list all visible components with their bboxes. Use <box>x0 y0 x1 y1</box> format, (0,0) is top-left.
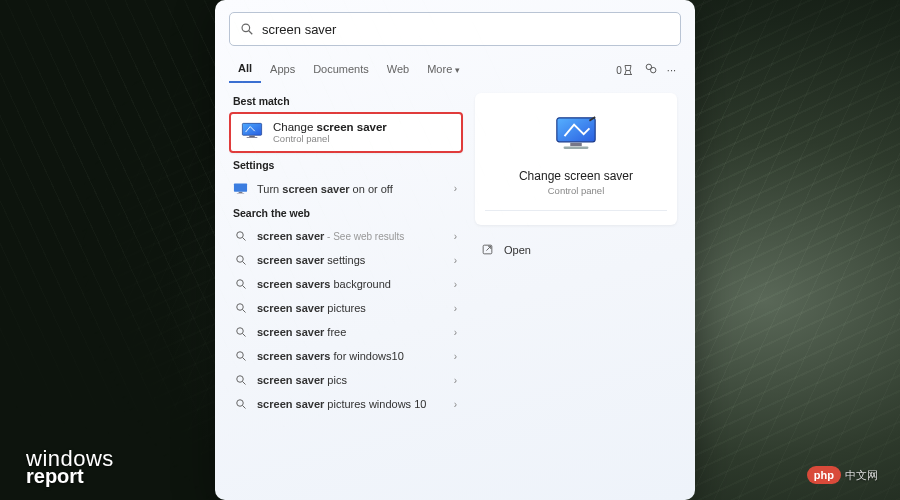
chevron-right-icon: › <box>454 279 457 290</box>
best-match-result[interactable]: Change screen saver Control panel <box>229 112 463 153</box>
settings-result[interactable]: Turn screen saver on or off › <box>229 176 463 201</box>
tab-web[interactable]: Web <box>378 57 418 82</box>
best-match-title: Change screen saver <box>273 121 387 133</box>
preview-card: Change screen saver Control panel <box>475 93 677 225</box>
watermark-windows-report: windows report <box>26 449 114 486</box>
more-options-icon[interactable]: ··· <box>662 60 681 80</box>
svg-line-16 <box>242 286 245 289</box>
web-result[interactable]: screen saver pictures windows 10› <box>229 392 463 416</box>
search-icon <box>233 350 248 362</box>
tab-documents[interactable]: Documents <box>304 57 378 82</box>
web-result[interactable]: screen savers background› <box>229 272 463 296</box>
preview-title: Change screen saver <box>519 169 633 183</box>
monitor-icon <box>553 115 599 157</box>
search-icon <box>233 278 248 290</box>
search-icon <box>233 302 248 314</box>
svg-rect-7 <box>247 137 258 138</box>
preview-subtitle: Control panel <box>548 185 605 196</box>
svg-line-1 <box>249 31 253 35</box>
search-icon <box>240 22 254 36</box>
search-box[interactable] <box>229 12 681 46</box>
tab-apps[interactable]: Apps <box>261 57 304 82</box>
svg-line-12 <box>242 238 245 241</box>
open-action[interactable]: Open <box>475 239 677 260</box>
svg-point-11 <box>236 232 243 239</box>
svg-point-13 <box>236 256 243 263</box>
chevron-right-icon: › <box>454 351 457 362</box>
svg-rect-8 <box>234 184 247 192</box>
tab-more[interactable]: More ▾ <box>418 57 469 82</box>
chevron-right-icon: › <box>454 375 457 386</box>
rewards-icon[interactable]: 0 <box>611 60 639 80</box>
best-match-subtitle: Control panel <box>273 133 387 144</box>
svg-point-15 <box>236 280 243 287</box>
chevron-right-icon: › <box>454 183 457 194</box>
section-best-match: Best match <box>233 95 463 107</box>
svg-line-20 <box>242 334 245 337</box>
svg-point-23 <box>236 376 243 383</box>
web-result[interactable]: screen savers for windows10› <box>229 344 463 368</box>
desktop-wallpaper: All Apps Documents Web More ▾ 0 ··· Best… <box>0 0 900 500</box>
svg-point-0 <box>242 24 250 32</box>
svg-point-17 <box>236 304 243 311</box>
svg-rect-6 <box>249 136 254 137</box>
search-icon <box>233 230 248 242</box>
svg-rect-10 <box>237 193 245 194</box>
svg-rect-29 <box>570 143 581 146</box>
svg-line-22 <box>242 358 245 361</box>
search-icon <box>233 254 248 266</box>
chevron-right-icon: › <box>454 255 457 266</box>
svg-point-21 <box>236 352 243 359</box>
search-tabs: All Apps Documents Web More ▾ 0 ··· <box>229 56 681 83</box>
svg-line-24 <box>242 382 245 385</box>
monitor-icon <box>233 182 248 195</box>
chevron-right-icon: › <box>454 231 457 242</box>
search-icon <box>233 374 248 386</box>
account-icon[interactable] <box>639 58 662 81</box>
open-icon <box>481 243 494 256</box>
chevron-right-icon: › <box>454 303 457 314</box>
svg-point-25 <box>236 400 243 407</box>
monitor-icon <box>241 122 263 143</box>
web-result[interactable]: screen saver - See web results› <box>229 224 463 248</box>
svg-rect-9 <box>239 192 243 193</box>
web-result[interactable]: screen saver pictures› <box>229 296 463 320</box>
web-result[interactable]: screen saver pics› <box>229 368 463 392</box>
chevron-right-icon: › <box>454 399 457 410</box>
svg-point-3 <box>650 67 655 72</box>
divider <box>485 210 667 211</box>
search-input[interactable] <box>262 22 670 37</box>
chevron-right-icon: › <box>454 327 457 338</box>
web-result[interactable]: screen saver free› <box>229 320 463 344</box>
svg-line-14 <box>242 262 245 265</box>
preview-column: Change screen saver Control panel Open <box>463 89 681 500</box>
tab-all[interactable]: All <box>229 56 261 83</box>
search-icon <box>233 398 248 410</box>
web-result[interactable]: screen saver settings› <box>229 248 463 272</box>
svg-rect-4 <box>242 123 261 135</box>
svg-point-19 <box>236 328 243 335</box>
svg-rect-27 <box>557 118 595 142</box>
section-search-web: Search the web <box>233 207 463 219</box>
chevron-down-icon: ▾ <box>455 65 460 75</box>
start-search-panel: All Apps Documents Web More ▾ 0 ··· Best… <box>215 0 695 500</box>
section-settings: Settings <box>233 159 463 171</box>
svg-line-26 <box>242 406 245 409</box>
search-icon <box>233 326 248 338</box>
watermark-php-cn: php 中文网 <box>807 466 878 484</box>
results-column: Best match Change screen saver Control p… <box>229 89 463 500</box>
svg-rect-30 <box>564 147 589 149</box>
svg-line-18 <box>242 310 245 313</box>
